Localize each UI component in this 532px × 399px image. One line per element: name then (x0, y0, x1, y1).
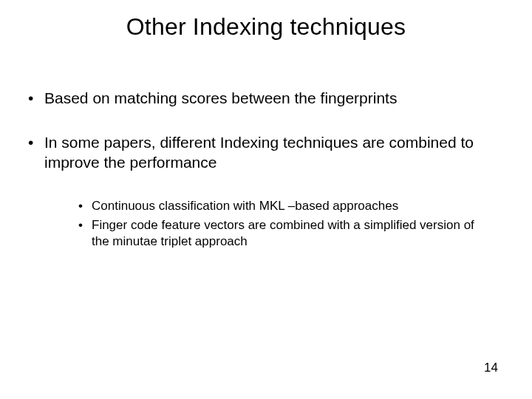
sub-bullet-item-1: Continuous classification with MKL –base… (75, 198, 488, 214)
bullet-text-2: In some papers, different Indexing techn… (44, 134, 474, 170)
bullet-text-1: Based on matching scores between the fin… (44, 89, 397, 106)
page-number: 14 (484, 361, 498, 375)
sub-bullet-text-2: Finger code feature vectors are combined… (92, 218, 474, 248)
bullet-list: Based on matching scores between the fin… (24, 89, 502, 172)
sub-bullet-item-2: Finger code feature vectors are combined… (75, 217, 488, 250)
bullet-item-2: In some papers, different Indexing techn… (24, 133, 502, 172)
slide-body: Based on matching scores between the fin… (24, 89, 502, 197)
sub-bullet-wrap: Continuous classification with MKL –base… (75, 198, 488, 253)
slide-title: Other Indexing techniques (0, 13, 532, 41)
bullet-item-1: Based on matching scores between the fin… (24, 89, 502, 108)
sub-bullet-text-1: Continuous classification with MKL –base… (92, 199, 398, 213)
slide: Other Indexing techniques Based on match… (0, 0, 532, 399)
sub-bullet-list: Continuous classification with MKL –base… (75, 198, 488, 250)
